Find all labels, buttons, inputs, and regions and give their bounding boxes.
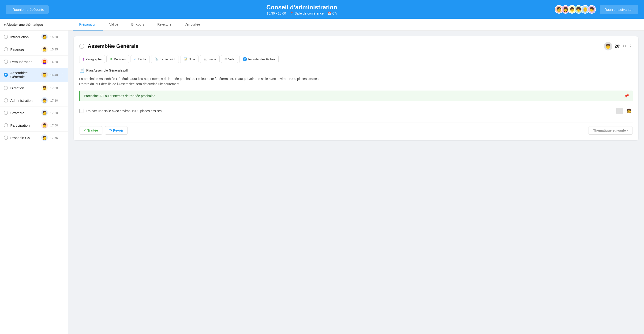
toolbar-btn-tâche[interactable]: ✓Tâche (130, 55, 150, 63)
decision-icon: ⚑ (110, 58, 113, 61)
meeting-time: 15:30 - 18:00 (267, 12, 286, 15)
task-checkbox[interactable] (79, 109, 84, 113)
sidebar-header: + Ajouter une thématique ⋮ (0, 19, 68, 31)
decision-text: Prochaine AG au printemps de l'année pro… (84, 94, 156, 98)
tab-validé[interactable]: Validé (103, 19, 125, 31)
sidebar-items: Introduction 🧑 15:30 ⋮ Finances 👩 15:35 … (0, 31, 68, 334)
prev-meeting-button[interactable]: ‹ Réunion précédente (6, 5, 49, 14)
next-theme-button[interactable]: Thématique suivante › (588, 126, 633, 135)
main-content: PréparationValidéEn coursRelectureVerrou… (68, 19, 644, 334)
sidebar-item-avatar-2: 👩‍🦰 (41, 58, 48, 65)
task-avatar: 🧒 (625, 107, 633, 115)
toolbar-btn-label-7: Importer des tâches (248, 58, 275, 61)
sidebar-item-dots-4[interactable]: ⋮ (60, 86, 64, 90)
sidebar-item-label-4: Direction (10, 86, 39, 90)
sidebar-item-participation[interactable]: Participation 👩 17:50 ⋮ (0, 119, 68, 132)
sidebar-item-label-2: Rémunération (10, 60, 39, 64)
sidebar-item-radio-3 (4, 73, 8, 77)
sidebar-item-label-3: Assemblée Générale (10, 71, 39, 79)
sidebar-item-radio-1 (4, 47, 8, 51)
sidebar-item-prochain-ca[interactable]: Prochain CA 🧑 17:55 ⋮ (0, 132, 68, 144)
file-attachment[interactable]: 📄 Plan Assemblé Générale.pdf (79, 68, 633, 73)
main-layout: + Ajouter une thématique ⋮ Introduction … (0, 19, 644, 334)
pdf-icon: 📄 (79, 68, 84, 73)
sidebar-item-time-8: 17:55 (50, 136, 58, 140)
toolbar-btn-importer-des-tâches[interactable]: 13Importer des tâches (239, 55, 279, 63)
toolbar-btn-fichier-joint[interactable]: 📎Fichier joint (151, 55, 178, 63)
revoir-button[interactable]: ↻ Revoir (105, 126, 128, 135)
sidebar-item-dots-2[interactable]: ⋮ (60, 60, 64, 64)
task-icon: ✓ (134, 58, 137, 61)
sidebar-item-dots-8[interactable]: ⋮ (60, 136, 64, 140)
vote-icon: ✉ (224, 58, 227, 61)
sidebar-item-finances[interactable]: Finances 👩 15:35 ⋮ (0, 43, 68, 56)
card-duration: 20′ (615, 44, 620, 49)
card-toolbar: ¶Paragraphe⚑Décision✓Tâche📎Fichier joint… (79, 55, 633, 63)
sidebar-item-radio-8 (4, 136, 8, 140)
sidebar-item-stratégie[interactable]: Stratégie 🧑 17:30 ⋮ (0, 107, 68, 119)
meeting-title: Conseil d'administration (266, 4, 337, 11)
sidebar-item-dots-1[interactable]: ⋮ (60, 47, 64, 52)
tabs-bar: PréparationValidéEn coursRelectureVerrou… (68, 19, 644, 31)
sidebar-item-rémunération[interactable]: Rémunération 👩‍🦰 16:20 ⋮ (0, 56, 68, 68)
sidebar-item-time-4: 17:00 (50, 86, 58, 90)
decision-item: Prochaine AG au printemps de l'année pro… (79, 91, 633, 101)
sidebar-item-dots-6[interactable]: ⋮ (60, 111, 64, 115)
card-title: Assemblée Générale (88, 43, 601, 49)
calendar-icon: 📅 (328, 12, 331, 15)
toolbar-btn-label-4: Note (189, 58, 195, 61)
sidebar-item-assemblée-générale[interactable]: Assemblée Générale 👨 16:40 ⋮ (0, 68, 68, 82)
toolbar-btn-décision[interactable]: ⚑Décision (106, 55, 129, 63)
sidebar-item-avatar-5: 🧑 (41, 97, 48, 104)
sidebar-item-time-3: 16:40 (50, 73, 58, 77)
sidebar-item-dots-3[interactable]: ⋮ (60, 73, 64, 77)
task-label: Trouver une salle avec environ 1'000 pla… (86, 109, 614, 113)
sidebar-item-introduction[interactable]: Introduction 🧑 15:30 ⋮ (0, 31, 68, 43)
sidebar-item-radio-5 (4, 98, 8, 103)
card-more-icon[interactable]: ⋮ (628, 44, 633, 49)
next-meeting-button[interactable]: Réunion suivante › (600, 5, 638, 14)
sidebar-item-avatar-1: 👩 (41, 46, 48, 53)
sidebar-item-avatar-8: 🧑 (41, 134, 48, 141)
footer-left: ✓ Traitée ↻ Revoir (79, 126, 128, 135)
tab-relecture[interactable]: Relecture (151, 19, 178, 31)
sidebar-item-dots-5[interactable]: ⋮ (60, 98, 64, 103)
sidebar-item-avatar-6: 🧑 (41, 110, 48, 116)
toolbar-btn-paragraphe[interactable]: ¶Paragraphe (79, 55, 105, 63)
traite-button[interactable]: ✓ Traitée (79, 126, 102, 135)
sidebar-item-time-1: 15:35 (50, 48, 58, 51)
header: ‹ Réunion précédente Conseil d'administr… (0, 0, 644, 19)
card-text: La prochaine Assemblée Générale aura lie… (79, 76, 633, 87)
avatar-6: 👦 (588, 5, 596, 14)
toolbar-btn-vote[interactable]: ✉Vote (221, 55, 238, 63)
sidebar-item-label-1: Finances (10, 47, 39, 51)
toolbar-btn-image[interactable]: 🖼Image (200, 55, 220, 63)
card-footer: ✓ Traitée ↻ Revoir Thématique suivante › (79, 122, 633, 135)
tab-en-cours[interactable]: En cours (125, 19, 151, 31)
card-refresh-icon[interactable]: ↻ (623, 44, 626, 49)
sidebar-item-avatar-7: 👩 (41, 122, 48, 129)
sidebar-item-label-8: Prochain CA (10, 136, 39, 140)
toolbar-btn-note[interactable]: 📝Note (180, 55, 198, 63)
note-icon: 📝 (184, 58, 188, 61)
import-count-badge: 13 (243, 57, 247, 61)
sidebar-item-radio-7 (4, 123, 8, 127)
sidebar-item-radio-4 (4, 86, 8, 90)
sidebar-item-direction[interactable]: Direction 👩 17:00 ⋮ (0, 82, 68, 94)
sidebar-item-dots-0[interactable]: ⋮ (60, 35, 64, 39)
sidebar-item-time-7: 17:50 (50, 124, 58, 127)
tab-verrouillée[interactable]: Verrouillée (178, 19, 206, 31)
tab-préparation[interactable]: Préparation (73, 19, 103, 31)
attendees-avatars: 🧑 👩 👨 🧒 👴 👦 (555, 5, 596, 14)
add-theme-button[interactable]: + Ajouter une thématique (4, 23, 43, 27)
card-check[interactable] (79, 44, 84, 49)
sidebar-item-label-6: Stratégie (10, 111, 39, 115)
sidebar-item-administration[interactable]: Administration 🧑 17:10 ⋮ (0, 94, 68, 107)
task-status-box (616, 108, 623, 114)
sidebar-item-dots-7[interactable]: ⋮ (60, 123, 64, 128)
sidebar-more-icon[interactable]: ⋮ (60, 22, 64, 27)
sidebar: + Ajouter une thématique ⋮ Introduction … (0, 19, 68, 334)
card-header-actions: 👨 20′ ↻ ⋮ (604, 42, 633, 51)
attachment-icon: 📎 (155, 58, 158, 61)
sidebar-item-label-5: Administration (10, 99, 39, 103)
